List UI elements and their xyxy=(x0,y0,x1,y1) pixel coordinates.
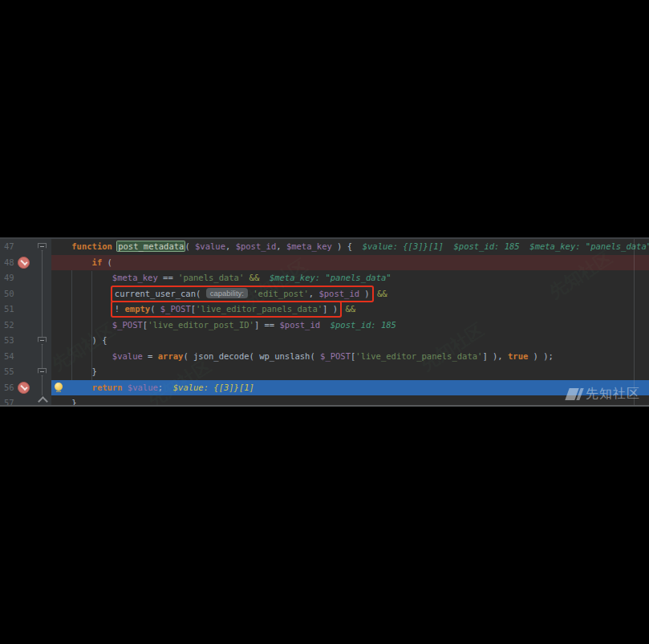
code-token xyxy=(51,273,112,282)
breakpoint-icon[interactable] xyxy=(18,382,30,394)
code-line[interactable]: if ( xyxy=(51,255,649,271)
code-token: empty xyxy=(125,304,151,314)
debugger-inline-value: $meta_key: "panels_data" xyxy=(259,273,391,282)
code-token: if xyxy=(92,257,107,267)
gutter-cell[interactable]: 51 xyxy=(0,302,51,318)
line-number[interactable]: 51 xyxy=(4,302,14,318)
code-token xyxy=(51,304,112,314)
fold-icon[interactable] xyxy=(38,243,47,251)
editor-row: 49 $meta_key == 'panels_data' && $meta_k… xyxy=(0,270,649,286)
code-token: $meta_key xyxy=(286,241,332,251)
code-token: && xyxy=(249,273,260,282)
fold-icon[interactable] xyxy=(38,337,47,345)
debugger-inline-value: $post_id: 185 xyxy=(320,320,396,330)
line-number[interactable]: 49 xyxy=(4,270,14,286)
line-number[interactable]: 55 xyxy=(4,364,14,380)
code-token: ) { xyxy=(332,241,358,251)
code-token: $value xyxy=(195,241,225,251)
code-line[interactable]: current_user_can( capability: 'edit_post… xyxy=(51,286,649,302)
editor-row: 51 ! empty( $_POST['live_editor_panels_d… xyxy=(0,302,649,318)
code-token: $value xyxy=(128,383,158,392)
gutter-cell[interactable]: 52 xyxy=(0,318,51,334)
editor-row: 54 $value = array( json_decode( wp_unsla… xyxy=(0,349,649,365)
code-token: ( xyxy=(150,304,160,314)
code-line[interactable]: $meta_key == 'panels_data' && $meta_key:… xyxy=(51,270,649,286)
breakpoint-icon[interactable] xyxy=(18,257,30,269)
code-line[interactable]: function post_metadata( $value, $post_id… xyxy=(51,239,649,255)
line-number[interactable]: 50 xyxy=(4,286,14,302)
gutter-cell[interactable]: 50 xyxy=(0,286,51,302)
fold-icon[interactable] xyxy=(38,396,48,407)
editor-row: 53 ) { xyxy=(0,333,649,349)
debugger-inline-value: $value: {[3]}[1] $post_id: 185 $meta_key… xyxy=(357,241,649,251)
code-token: current_user_can xyxy=(115,289,196,298)
gutter-cell[interactable]: 56 xyxy=(0,380,51,396)
editor-row: 57 } xyxy=(0,395,649,407)
code-line[interactable]: ) { xyxy=(51,333,649,349)
editor-row: 56 return $value; $value: {[3]}[1] xyxy=(0,380,649,396)
code-token: 'panels_data' xyxy=(178,273,244,282)
line-number[interactable]: 47 xyxy=(4,239,14,255)
code-token: = xyxy=(143,351,158,361)
highlighted-identifier: post_metadata xyxy=(117,241,185,251)
code-line[interactable]: $value = array( json_decode( wp_unslash(… xyxy=(51,349,649,365)
code-token xyxy=(51,241,71,251)
debugger-inline-value: $value: {[3]}[1] xyxy=(163,383,254,392)
code-line[interactable]: $_POST['live_editor_post_ID'] == $post_i… xyxy=(51,318,649,334)
code-token xyxy=(51,351,112,361)
code-token: && xyxy=(377,289,387,298)
code-token: ( xyxy=(196,289,206,298)
line-number[interactable]: 52 xyxy=(4,318,14,334)
fold-icon[interactable] xyxy=(38,368,47,376)
code-token: } xyxy=(51,367,97,376)
editor-row: 55 } xyxy=(0,364,649,380)
code-line[interactable]: } xyxy=(51,395,649,407)
code-token: $post_id xyxy=(318,289,359,298)
code-token: ] == xyxy=(254,320,280,330)
line-number[interactable]: 56 xyxy=(4,380,14,396)
gutter-cell[interactable]: 55 xyxy=(0,364,51,380)
code-token: ( xyxy=(107,257,112,267)
code-token: && xyxy=(345,304,355,314)
code-token: ( xyxy=(185,241,195,251)
code-token: ) { xyxy=(51,335,107,345)
code-line[interactable]: return $value; $value: {[3]}[1] xyxy=(51,380,649,396)
lightbulb-icon[interactable] xyxy=(55,383,63,391)
code-token xyxy=(51,320,112,330)
gutter-cell[interactable]: 47 xyxy=(0,239,51,255)
code-token: $meta_key xyxy=(112,273,158,282)
code-token: , xyxy=(225,241,236,251)
editor-row: 50 current_user_can( capability: 'edit_p… xyxy=(0,286,649,302)
gutter-cell[interactable]: 57 xyxy=(0,395,51,407)
code-token: $post_id xyxy=(280,320,321,330)
code-token: ] ) xyxy=(322,304,338,314)
code-token: ) ); xyxy=(528,351,554,361)
annotation-box: current_user_can( capability: 'edit_post… xyxy=(112,287,372,301)
code-token: $_POST xyxy=(320,351,351,361)
editor-row: 48 if ( xyxy=(0,255,649,271)
code-token: ! xyxy=(115,304,125,314)
gutter-cell[interactable]: 54 xyxy=(0,349,51,365)
code-token: ( json_decode( wp_unslash( xyxy=(183,351,320,361)
gutter-cell[interactable]: 48 xyxy=(0,255,51,271)
code-line[interactable]: ! empty( $_POST['live_editor_panels_data… xyxy=(51,302,649,318)
code-token: true xyxy=(508,351,528,361)
code-token: 'live_editor_post_ID' xyxy=(148,320,254,330)
gutter-cell[interactable]: 49 xyxy=(0,270,51,286)
code-token: $post_id xyxy=(236,241,277,251)
line-number[interactable]: 54 xyxy=(4,349,14,365)
line-number[interactable]: 57 xyxy=(4,395,14,407)
gutter-cell[interactable]: 53 xyxy=(0,333,51,349)
code-editor-strip[interactable]: 47 function post_metadata( $value, $post… xyxy=(0,237,649,407)
code-token xyxy=(51,257,92,267)
code-token: array xyxy=(158,351,184,361)
code-token: function xyxy=(71,241,117,251)
code-token: ] ), xyxy=(482,351,508,361)
code-line[interactable]: } xyxy=(51,364,649,380)
line-number[interactable]: 48 xyxy=(4,255,14,271)
code-token: == xyxy=(158,273,178,282)
right-margin-guide xyxy=(634,239,635,405)
line-number[interactable]: 53 xyxy=(4,333,14,349)
annotation-box: ! empty( $_POST['live_editor_panels_data… xyxy=(112,302,340,316)
code-token: ) xyxy=(359,289,370,298)
